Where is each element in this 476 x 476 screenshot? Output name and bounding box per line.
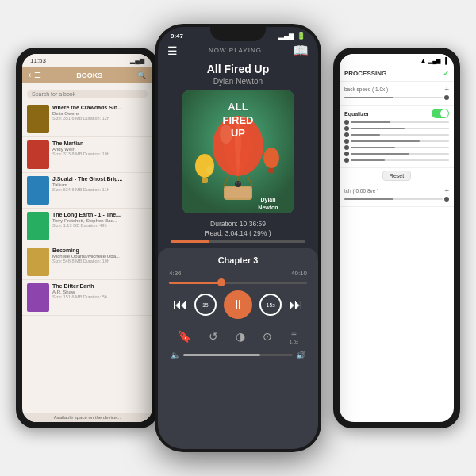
eq-slider-1[interactable] [344, 120, 449, 125]
svg-rect-11 [202, 178, 208, 183]
library-icon[interactable]: 📖 [293, 43, 309, 58]
slider-bg [169, 282, 307, 284]
equalizer-button[interactable]: ≡ 1.0x [290, 328, 298, 344]
pitch-slider[interactable] [344, 197, 449, 202]
eq-slider-5[interactable] [344, 145, 449, 150]
right-header: PROCESSING ✓ [340, 67, 454, 82]
pitch-plus-icon[interactable]: + [444, 186, 449, 195]
book-meta: Size: 313.8 MB Duration: 10h [52, 152, 148, 156]
airplay-button[interactable]: ⊙ [263, 330, 272, 343]
eq-slider-7[interactable] [344, 158, 449, 163]
equalizer-section: Equalizer [340, 106, 454, 168]
controls-row: ⏮ 15 ⏸ 15s ⏭ [169, 290, 307, 319]
left-screen: 11:53 ▂▄▆ ‹ ☰ BOOKS 🔍 Where the Crawdads… [22, 54, 152, 422]
slider-thumb [217, 278, 225, 286]
book-title: Becoming [52, 248, 148, 254]
skip-back-button[interactable]: 15 [194, 294, 217, 316]
rewind-button[interactable]: ⏮ [173, 297, 187, 313]
volume-slider[interactable] [183, 354, 293, 356]
list-item[interactable]: The Martian Andy Weir Size: 313.8 MB Dur… [22, 137, 152, 173]
speed-label: back speed ( 1.0x ) [344, 86, 388, 92]
duration-info: Duration: 10:36:59 [158, 218, 318, 229]
skip-forward-button[interactable]: 15s [259, 294, 282, 316]
bookmark-button[interactable]: 🔖 [178, 330, 191, 343]
svg-text:Newton: Newton [258, 205, 278, 210]
checkmark-icon[interactable]: ✓ [443, 69, 449, 78]
svg-point-9 [195, 154, 214, 178]
left-header: ‹ ☰ BOOKS 🔍 [22, 67, 152, 83]
svg-text:UP: UP [231, 127, 245, 139]
volume-fill [183, 354, 260, 356]
volume-row: 🔈 🔊 [169, 347, 307, 363]
list-item[interactable]: The Bitter Earth A.R. Shaw Size: 151.6 M… [22, 280, 152, 316]
left-status-bar: 11:53 ▂▄▆ [22, 54, 152, 67]
play-pause-button[interactable]: ⏸ [224, 290, 252, 319]
slider-fill [169, 282, 221, 284]
speed-label-display: 1.0x [290, 340, 298, 344]
list-item[interactable]: Where the Crawdads Sin... Delia Owens Si… [22, 102, 152, 137]
cover-svg: ALL FIRED UP Dylan Newton [182, 90, 294, 213]
center-book-title: All Fired Up [158, 60, 318, 77]
svg-rect-13 [268, 168, 274, 173]
books-title: BOOKS [76, 71, 102, 79]
list-item[interactable]: Becoming Michelle Obama/Michelle Oba... … [22, 244, 152, 280]
svg-point-21 [239, 182, 241, 184]
book-cover [27, 212, 49, 240]
search-input[interactable] [27, 90, 148, 98]
reset-button[interactable]: Reset [382, 171, 411, 181]
book-meta: Size: 634.6 MB Duration: 11h [52, 187, 148, 192]
svg-text:Dylan: Dylan [260, 197, 275, 203]
refresh-button[interactable]: ↺ [209, 330, 218, 343]
center-screen: 9:47 ▂▄▆ 🔋 ☰ NOW PLAYING 📖 All Fired Up … [158, 27, 318, 449]
book-title: The Martian [52, 140, 148, 147]
right-status-bar: ▲ ▂▄▆ ▐ [340, 54, 454, 67]
svg-rect-8 [225, 187, 251, 198]
right-phone: ▲ ▂▄▆ ▐ PROCESSING ✓ back speed ( 1.0x )… [333, 48, 460, 428]
menu-icon[interactable]: ☰ [34, 71, 41, 79]
brightness-button[interactable]: ◑ [236, 330, 245, 343]
read-info: Read: 3:04:14 ( 29% ) [158, 229, 318, 240]
back-icon[interactable]: ‹ [29, 71, 31, 79]
book-title: The Long Earth - 1 - The... [52, 212, 148, 218]
playback-slider[interactable] [169, 282, 307, 284]
book-info: The Martian Andy Weir Size: 313.8 MB Dur… [52, 140, 148, 156]
fast-forward-button[interactable]: ⏭ [289, 297, 303, 313]
plus-icon[interactable]: + [444, 85, 449, 94]
svg-point-10 [206, 166, 213, 174]
speed-slider[interactable] [344, 95, 449, 100]
eq-slider-6[interactable] [344, 152, 449, 156]
book-info: The Long Earth - 1 - The... Terry Pratch… [52, 212, 148, 228]
center-time: 9:47 [171, 33, 183, 40]
pitch-label: tch ( 0.00 8ve ) [344, 188, 378, 194]
volume-high-icon: 🔊 [296, 351, 305, 359]
eq-icon: ≡ [291, 328, 297, 340]
book-cover [27, 176, 49, 205]
hamburger-icon[interactable]: ☰ [167, 44, 178, 57]
book-cover [27, 105, 49, 133]
list-item[interactable]: The Long Earth - 1 - The... Terry Pratch… [22, 209, 152, 244]
notch [210, 24, 266, 41]
pause-icon: ⏸ [232, 298, 244, 312]
svg-text:ALL: ALL [228, 101, 248, 113]
progress-bar-bg [171, 240, 305, 243]
book-title: J.Scalzi - The Ghost Brig... [52, 176, 148, 182]
time-remaining: -40:10 [289, 270, 307, 277]
eq-slider-3[interactable] [344, 132, 449, 137]
center-nav: ☰ NOW PLAYING 📖 [158, 41, 318, 60]
progress-bar-container [158, 240, 318, 248]
center-phone: 9:47 ▂▄▆ 🔋 ☰ NOW PLAYING 📖 All Fired Up … [155, 24, 321, 452]
search-icon-left[interactable]: 🔍 [137, 71, 146, 79]
scene: 11:53 ▂▄▆ ‹ ☰ BOOKS 🔍 Where the Crawdads… [16, 16, 460, 460]
list-item[interactable]: J.Scalzi - The Ghost Brig... Tallium Siz… [22, 173, 152, 209]
center-book-author: Dylan Newton [158, 77, 318, 90]
time-current: 4:36 [169, 270, 182, 277]
book-cover [27, 283, 49, 312]
eq-slider-4[interactable] [344, 139, 449, 144]
left-phone: 11:53 ▂▄▆ ‹ ☰ BOOKS 🔍 Where the Crawdads… [16, 48, 159, 428]
eq-slider-2[interactable] [344, 126, 449, 131]
now-playing-label: NOW PLAYING [178, 47, 293, 54]
right-screen: ▲ ▂▄▆ ▐ PROCESSING ✓ back speed ( 1.0x )… [340, 54, 454, 422]
wifi-icon: ▲ [420, 57, 426, 64]
equalizer-toggle[interactable] [432, 109, 449, 118]
book-title: Where the Crawdads Sin... [52, 105, 148, 111]
